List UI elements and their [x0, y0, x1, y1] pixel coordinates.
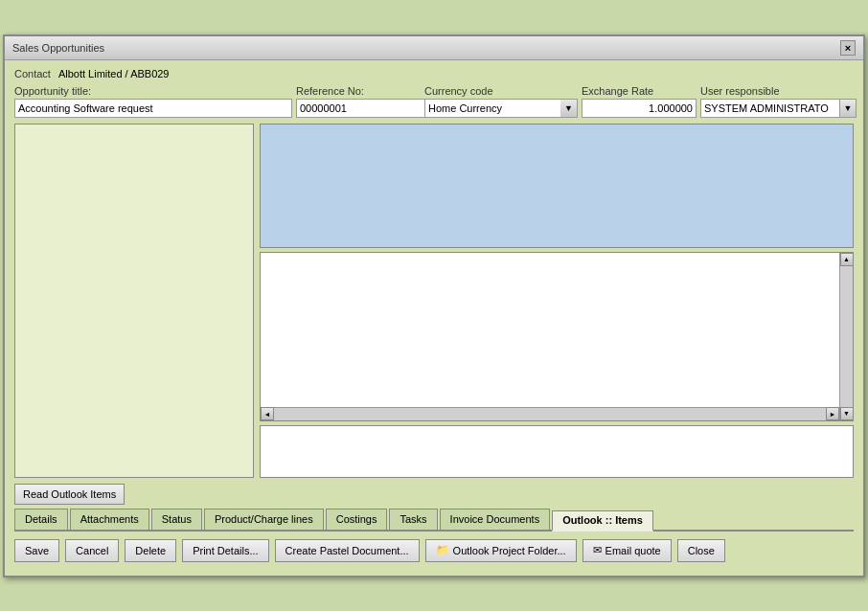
- top-right-box: [260, 124, 854, 248]
- email-quote-button[interactable]: ✉ Email quote: [582, 539, 672, 562]
- opportunity-title-input[interactable]: [14, 99, 292, 118]
- tab-product-charge[interactable]: Product/Charge lines: [204, 509, 324, 530]
- reference-no-group: Reference No: 📋: [296, 85, 421, 118]
- user-responsible-field: ▼: [700, 99, 857, 118]
- tabs-row: Details Attachments Status Product/Charg…: [14, 509, 854, 532]
- cancel-button[interactable]: Cancel: [65, 539, 119, 562]
- left-panel: [14, 124, 254, 478]
- exchange-rate-group: Exchange Rate: [582, 85, 697, 118]
- exchange-rate-label: Exchange Rate: [582, 85, 697, 97]
- folder-icon: 📁: [436, 544, 449, 556]
- tab-tasks[interactable]: Tasks: [389, 509, 437, 530]
- bottom-buttons-row: Save Cancel Delete Print Details... Crea…: [14, 535, 854, 568]
- currency-code-group: Currency code Home Currency USD EUR GBP …: [424, 85, 578, 118]
- contact-value: Albott Limited / ABB029: [58, 68, 170, 79]
- opportunity-title-label: Opportunity title:: [14, 85, 292, 97]
- user-responsible-dropdown-button[interactable]: ▼: [839, 99, 857, 118]
- reference-no-label: Reference No:: [296, 85, 421, 97]
- main-area: ▲ ▼ ◄ ►: [14, 124, 854, 478]
- middle-right-box: ▲ ▼ ◄ ►: [260, 252, 854, 421]
- envelope-icon: ✉: [593, 544, 602, 556]
- tab-invoice-docs[interactable]: Invoice Documents: [440, 509, 551, 530]
- window-content: Contact Albott Limited / ABB029 Opportun…: [5, 60, 863, 576]
- reference-no-input[interactable]: [296, 99, 435, 118]
- tab-outlook-items[interactable]: Outlook :: Items: [552, 510, 653, 532]
- exchange-rate-input[interactable]: [582, 99, 697, 118]
- outlook-project-button[interactable]: 📁 Outlook Project Folder...: [425, 539, 577, 562]
- tab-attachments[interactable]: Attachments: [70, 509, 149, 530]
- user-responsible-label: User responsible: [700, 85, 857, 97]
- scroll-right-button[interactable]: ►: [826, 407, 839, 420]
- currency-code-select-wrapper: Home Currency USD EUR GBP ▼: [424, 99, 578, 118]
- scroll-up-button[interactable]: ▲: [840, 253, 854, 266]
- scroll-left-button[interactable]: ◄: [261, 407, 274, 420]
- close-button[interactable]: Close: [677, 539, 725, 562]
- print-details-button[interactable]: Print Details...: [182, 539, 268, 562]
- tab-details[interactable]: Details: [14, 509, 68, 530]
- close-window-button[interactable]: ×: [840, 40, 856, 56]
- create-pastel-button[interactable]: Create Pastel Document...: [275, 539, 420, 562]
- user-responsible-input[interactable]: [700, 99, 839, 118]
- scroll-track-h: [274, 408, 826, 420]
- delete-button[interactable]: Delete: [125, 539, 176, 562]
- horizontal-scrollbar[interactable]: ◄ ►: [261, 407, 839, 420]
- save-button[interactable]: Save: [14, 539, 59, 562]
- user-responsible-group: User responsible ▼: [700, 85, 857, 118]
- tab-costings[interactable]: Costings: [326, 509, 388, 530]
- read-outlook-button[interactable]: Read Outlook Items: [14, 484, 125, 505]
- bottom-right-box: [260, 425, 854, 478]
- main-window: Sales Opportunities × Contact Albott Lim…: [3, 34, 865, 577]
- vertical-scrollbar[interactable]: ▲ ▼: [839, 253, 853, 420]
- currency-code-label: Currency code: [424, 85, 578, 97]
- right-panel: ▲ ▼ ◄ ►: [260, 124, 854, 478]
- opportunity-title-group: Opportunity title:: [14, 85, 292, 118]
- title-bar: Sales Opportunities ×: [5, 36, 863, 60]
- contact-label: Contact: [14, 68, 51, 79]
- contact-row: Contact Albott Limited / ABB029: [14, 68, 854, 79]
- scroll-down-button[interactable]: ▼: [840, 407, 854, 420]
- outlook-btn-row: Read Outlook Items: [14, 484, 854, 505]
- currency-code-select[interactable]: Home Currency USD EUR GBP: [424, 99, 578, 118]
- fields-row: Opportunity title: Reference No: 📋 Curre…: [14, 85, 854, 118]
- tab-status[interactable]: Status: [151, 509, 202, 530]
- window-title: Sales Opportunities: [12, 42, 104, 54]
- scroll-track-v: [840, 266, 853, 407]
- reference-no-field: 📋: [296, 99, 421, 118]
